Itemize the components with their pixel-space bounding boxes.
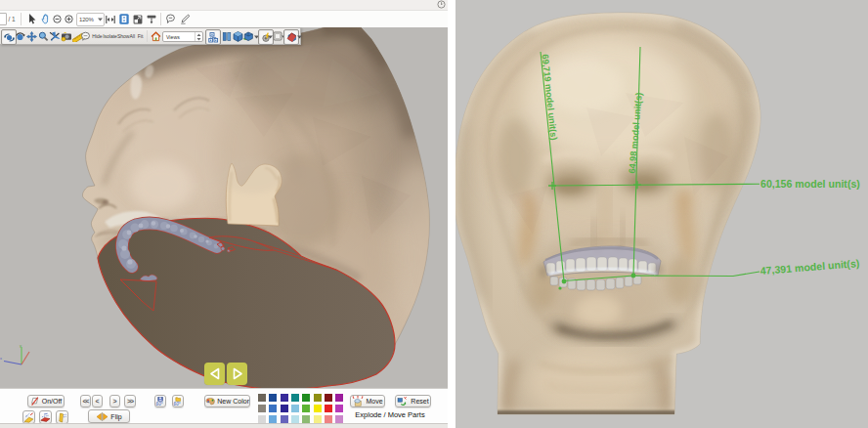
load-angle-icon: 60° [173,397,183,407]
palette-swatch[interactable] [325,415,332,423]
palette-swatch[interactable] [258,394,266,402]
flip-button[interactable]: Flip [88,409,130,423]
triangle-left-icon [209,367,221,380]
step-first-label: << [82,398,88,405]
home-icon [151,31,161,42]
palette-swatch[interactable] [314,394,322,402]
spin-3d-icon [15,31,25,42]
views-select[interactable]: Views [162,31,203,42]
page-level-icon [106,15,115,24]
step-last-button[interactable]: >> [124,395,136,407]
move-part-icon [352,396,364,407]
read-mode-button[interactable] [147,11,156,27]
explode-move-parts-panel: On/Off << < > >> 60° 60° New Color Move … [0,388,448,424]
hand-tool-button[interactable] [40,11,51,27]
align-section-z-button[interactable] [56,410,68,424]
palette-swatch[interactable] [325,405,332,412]
palette-swatch[interactable] [258,405,266,412]
palette-swatch[interactable] [302,415,310,423]
read-mode-icon [147,15,156,24]
upper-measurement-label: 60,156 model unit(s) [760,178,860,190]
palette-swatch[interactable] [325,394,332,402]
palette-swatch[interactable] [335,394,343,402]
zoom-dropdown-arrow-icon [96,14,104,25]
section-onoff-button[interactable]: On/Off [27,395,65,407]
select-tool-button[interactable] [27,11,37,27]
palette-swatch[interactable] [291,415,299,423]
hide-button[interactable]: Hide [92,28,103,44]
lower-measurement-label: 47,391 model unit(s) [760,257,859,277]
3d-navigation-toolbar: Hide Isolate ShowAll Fit Views [0,27,301,45]
3d-viewport[interactable]: y x [0,27,448,388]
model-tree-button[interactable] [205,29,221,45]
lighting-cube-icon [242,31,254,42]
palette-swatch[interactable] [281,415,288,423]
angle-label: 60° [174,402,181,407]
save-angle-icon: 60° [155,397,165,407]
sign-tool-button[interactable] [180,11,191,27]
axis-y-label: y [20,344,22,348]
reset-label: Reset [411,398,428,405]
fit-button[interactable]: Fit [136,28,145,44]
section-plane-onoff-icon [30,397,40,407]
section-next-button[interactable] [227,363,247,385]
align-plane-x-icon [23,412,34,423]
move-label: Move [366,398,382,405]
palette-swatch[interactable] [269,394,277,402]
triangle-right-icon [232,367,243,380]
default-view-button[interactable] [149,29,162,43]
angle-label: 60° [156,402,163,407]
zoom-out-button[interactable] [53,11,62,27]
palette-swatch[interactable] [291,394,299,402]
window-bottom-strip [0,423,448,428]
front-head-model: 60,156 model unit(s) 47,391 model unit(s… [456,0,868,428]
isolate-button[interactable]: Isolate [104,28,116,44]
step-forward-button[interactable]: > [109,395,120,407]
palette-swatch[interactable] [335,405,343,412]
toolbar-separator [147,30,148,42]
palette-swatch[interactable] [291,405,299,412]
measure-endpoint [562,279,567,284]
comment-3d-button[interactable] [80,29,91,43]
align-section-y-button[interactable] [39,410,52,424]
palette-swatch[interactable] [269,405,277,412]
axis-x-label: x [0,356,2,361]
palette-swatch[interactable] [258,415,266,423]
sync-status-icon[interactable] [437,0,446,9]
panel-title: Explode / Move Parts [346,410,434,419]
comment-tool-button[interactable] [165,11,176,27]
fit-window-icon [133,15,143,24]
step-back-button[interactable]: < [92,395,103,407]
fit-window-button[interactable] [133,11,143,27]
fit-page-button[interactable] [119,11,129,27]
reset-icon [397,396,409,407]
step-first-button[interactable]: << [80,395,91,407]
showall-button[interactable]: ShowAll [117,28,135,44]
save-view-button[interactable]: 60° [154,395,166,407]
comment-bubble-icon [165,14,176,24]
palette-swatch[interactable] [269,415,277,423]
section-prev-button[interactable] [204,363,225,385]
palette-swatch[interactable] [314,415,322,423]
palette-swatch[interactable] [302,394,310,402]
palette-swatch[interactable] [335,415,343,423]
step-back-label: < [95,398,99,405]
flip-label: Flip [110,413,121,420]
zoom-in-button[interactable] [65,11,73,27]
load-view-button[interactable]: 60° [172,395,184,407]
zoom-in-icon [65,15,73,23]
section-onoff-label: On/Off [42,398,63,405]
palette-swatch[interactable] [281,405,288,412]
palette-swatch[interactable] [281,394,288,402]
palette-swatch[interactable] [314,405,322,412]
section-dropdown-arrow-icon[interactable] [296,34,302,40]
page-level-button[interactable] [106,11,115,27]
reset-button[interactable]: Reset [395,395,431,407]
palette-swatch[interactable] [302,405,310,412]
new-color-button[interactable]: New Color [204,395,250,407]
select-arrow-icon [28,14,36,24]
align-section-x-button[interactable] [22,410,35,424]
move-button[interactable]: Move [350,395,385,407]
zoom-level-select[interactable]: 120% [76,13,105,26]
flip-icon [96,411,108,422]
